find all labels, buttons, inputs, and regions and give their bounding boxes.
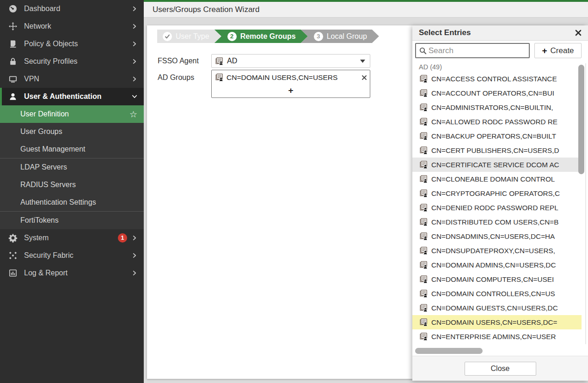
list-item-text: CN=ACCOUNT OPERATORS,CN=BUI [431,89,554,97]
sidebar-item-ldap-servers[interactable]: LDAP Servers [0,158,144,176]
group-icon-slot [420,290,428,298]
chevron-right-icon [132,76,137,82]
list-item[interactable]: CN=DOMAIN ADMINS,CN=USERS,DC [412,258,582,272]
list-item[interactable]: CN=CLONEABLE DOMAIN CONTROL [412,172,582,186]
sidebar-item-label: System [24,234,118,242]
sidebar-item-policy-objects[interactable]: Policy & Objects [0,35,144,53]
group-icon [420,89,428,97]
sidebar-item-security-profiles[interactable]: Security Profiles [0,53,144,70]
group-icon [420,232,428,240]
list-item[interactable]: CN=BACKUP OPERATORS,CN=BUILT [412,129,582,143]
vertical-scrollbar-thumb[interactable] [578,65,584,174]
create-button[interactable]: + Create [534,43,582,58]
search-input[interactable] [427,44,529,57]
ad-groups-field[interactable]: CN=DOMAIN USERS,CN=USERS + [211,70,370,98]
list-item[interactable]: CN=CRYPTOGRAPHIC OPERATORS,C [412,186,582,201]
search-icon [419,47,427,55]
horizontal-scrollbar-thumb[interactable] [415,348,483,354]
network-move-icon [8,22,18,31]
list-item-text: CN=DOMAIN USERS,CN=USERS,DC= [431,318,557,327]
sidebar-item-security-fabric[interactable]: Security Fabric [0,247,144,264]
sidebar-item-log-report[interactable]: Log & Report [0,264,144,282]
group-icon [420,204,428,212]
sidebar-item-label: User Definition [20,110,129,118]
list-item[interactable]: CN=CERT PUBLISHERS,CN=USERS,D [412,143,582,158]
chevron-right-icon [132,253,137,258]
entries-group-header: AD (49) [419,63,442,71]
list-item[interactable]: CN=CERTIFICATE SERVICE DCOM AC [412,158,582,172]
step-label: Local Group [327,32,367,41]
select-entries-dialog: Select Entries + Create AD (49) [412,25,588,381]
group-icon [420,218,428,226]
list-item[interactable]: CN=ACCESS CONTROL ASSISTANCE [412,72,582,86]
wizard-step-remote-groups[interactable]: 2 Remote Groups [214,30,308,43]
sidebar-item-label: Authentication Settings [20,198,137,207]
close-icon [575,30,582,36]
wizard-step-user-type[interactable]: User Type [157,30,221,43]
group-icon-slot [420,247,428,255]
step-number-circle: 2 [227,32,237,41]
group-icon-slot [420,232,428,240]
sidebar-item-fortitokens[interactable]: FortiTokens [0,212,144,229]
fsso-agent-value: AD [227,57,360,65]
dialog-footer: Close [412,356,588,381]
list-item[interactable]: CN=DISTRIBUTED COM USERS,CN=B [412,215,582,229]
sidebar-item-user-groups[interactable]: User Groups [0,123,144,140]
list-item[interactable]: CN=DOMAIN GUESTS,CN=USERS,DC [412,301,582,315]
list-item[interactable]: CN=DOMAIN USERS,CN=USERS,DC= [412,315,582,329]
wizard-steps: User Type 2 Remote Groups 3 Local Group [157,30,379,43]
favorite-star-icon[interactable]: ☆ [129,109,137,120]
list-item[interactable]: CN=ALLOWED RODC PASSWORD RE [412,115,582,129]
dashboard-gauge-icon [8,4,18,13]
list-item[interactable]: CN=DNSADMINS,CN=USERS,DC=HA [412,229,582,243]
page-title: Users/Groups Creation Wizard [153,5,259,14]
close-button[interactable]: Close [465,362,536,376]
sidebar-item-dashboard[interactable]: Dashboard [0,0,144,18]
list-item[interactable]: CN=ENTERPRISE ADMINS,CN=USER [412,329,582,344]
sidebar-item-user-definition[interactable]: User Definition ☆ [0,105,144,123]
selected-group-chip: CN=DOMAIN USERS,CN=USERS [212,70,370,85]
remove-entry-icon[interactable] [361,75,367,80]
wizard-step-local-group[interactable]: 3 Local Group [301,30,379,43]
group-icon [420,261,428,269]
sidebar-item-label: LDAP Servers [20,163,137,171]
add-group-button[interactable]: + [212,85,370,97]
list-item[interactable]: CN=DNSUPDATEPROXY,CN=USERS, [412,243,582,258]
sidebar-item-network[interactable]: Network [0,18,144,35]
dialog-close-button[interactable] [575,30,582,36]
group-icon-slot [420,89,428,97]
user-icon [8,92,18,101]
chevron-right-icon [132,41,137,47]
group-icon-slot [420,261,428,269]
group-icon [420,333,428,340]
list-item[interactable]: CN=ACCOUNT OPERATORS,CN=BUI [412,86,582,100]
sidebar-item-label: Policy & Objects [24,40,132,48]
chevron-right-icon [132,24,137,29]
list-item-text: CN=DOMAIN COMPUTERS,CN=USEI [431,275,554,284]
list-item[interactable]: CN=DENIED RODC PASSWORD REPL [412,201,582,215]
sidebar-item-vpn[interactable]: VPN [0,70,144,88]
bar-chart-icon [8,268,18,278]
list-item-text: CN=ACCESS CONTROL ASSISTANCE [431,75,557,83]
sidebar-item-guest-management[interactable]: Guest Management [0,140,144,158]
dialog-header: Select Entries [412,25,588,41]
sidebar-item-system[interactable]: System 1 [0,229,144,247]
group-icon-slot [420,75,428,83]
security-fabric-icon [8,251,18,260]
group-icon-slot [420,318,428,326]
group-icon [215,73,223,81]
list-item-text: CN=CERT PUBLISHERS,CN=USERS,D [431,146,559,155]
sidebar-item-radius-servers[interactable]: RADIUS Servers [0,176,144,194]
sidebar-item-user-authentication[interactable]: User & Authentication [0,88,144,105]
step-label: Remote Groups [240,32,296,41]
page-header: Users/Groups Creation Wizard [144,2,588,18]
sidebar-item-authentication-settings[interactable]: Authentication Settings [0,194,144,211]
list-item[interactable]: CN=DOMAIN COMPUTERS,CN=USEI [412,272,582,286]
group-icon [420,132,428,140]
ad-groups-label: AD Groups [158,71,194,85]
group-icon-slot [420,161,428,169]
fsso-agent-select[interactable]: AD [211,54,370,68]
list-item[interactable]: CN=DOMAIN CONTROLLERS,CN=US [412,286,582,301]
list-item[interactable]: CN=ADMINISTRATORS,CN=BUILTIN, [412,100,582,115]
group-icon [420,318,428,326]
